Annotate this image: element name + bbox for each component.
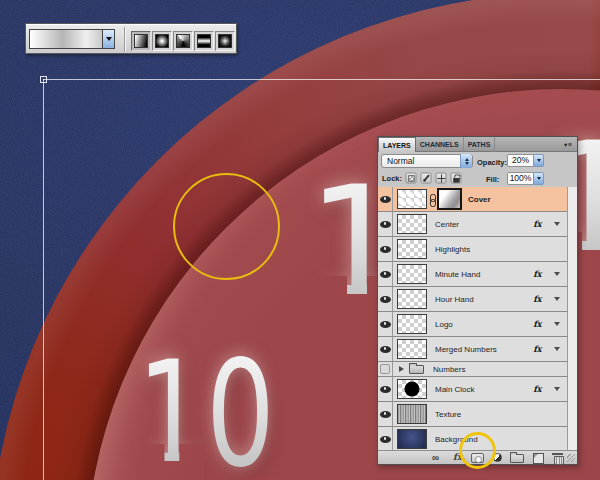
layer-thumbnail[interactable] (397, 404, 427, 424)
visibility-cell[interactable] (378, 312, 393, 336)
eye-icon (380, 246, 391, 253)
opacity-value[interactable]: 20% (507, 154, 534, 167)
layers-list: CoverCenterfxHighlightsMinute HandfxHour… (378, 187, 567, 452)
tab-channels[interactable]: CHANNELS (416, 137, 464, 152)
gradient-preview[interactable] (29, 29, 103, 49)
fx-badge-icon[interactable]: fx (533, 384, 541, 394)
visibility-cell[interactable] (378, 212, 393, 236)
annotation-circle-mask-button (459, 432, 496, 469)
lock-position-button[interactable] (435, 172, 446, 183)
selection-corner-handle[interactable] (40, 76, 47, 83)
visibility-cell[interactable] (378, 402, 393, 426)
tab-layers[interactable]: LAYERS (378, 137, 416, 152)
layer-thumbnail[interactable] (397, 314, 427, 334)
tab-paths[interactable]: PATHS (464, 137, 496, 152)
expand-triangle-icon[interactable] (399, 366, 404, 372)
link-layers-icon[interactable]: ∞ (432, 451, 439, 464)
layer-name: Minute Hand (435, 270, 480, 279)
new-group-icon[interactable] (510, 454, 524, 463)
fx-badge-icon[interactable]: fx (533, 269, 541, 279)
visibility-cell[interactable] (378, 362, 393, 376)
gradient-type-buttons (131, 31, 236, 51)
eye-icon (380, 271, 391, 278)
lock-transparency-icon (408, 175, 414, 181)
fx-badge-icon[interactable]: fx (533, 319, 541, 329)
fx-badge-icon[interactable]: fx (533, 344, 541, 354)
layer-name: Cover (468, 195, 491, 204)
fx-collapse-arrow-icon[interactable] (554, 387, 560, 391)
reflected-gradient-button[interactable] (194, 31, 214, 51)
layer-row-hour-hand[interactable]: Hour Handfx (378, 287, 567, 312)
layer-thumbnail[interactable] (397, 239, 427, 259)
visibility-cell[interactable] (378, 262, 393, 286)
visibility-cell[interactable] (378, 187, 393, 211)
visibility-cell[interactable] (378, 427, 393, 451)
layer-name: Numbers (433, 365, 465, 374)
fx-collapse-arrow-icon[interactable] (554, 297, 560, 301)
lock-image-button[interactable] (420, 172, 431, 183)
blend-mode-stepper[interactable] (460, 154, 472, 168)
lock-transparency-button[interactable] (405, 172, 416, 183)
layer-row-cover[interactable]: Cover (378, 187, 567, 212)
layer-row-minute-hand[interactable]: Minute Handfx (378, 262, 567, 287)
fx-badge-icon[interactable]: fx (533, 294, 541, 304)
layer-thumbnail[interactable] (397, 379, 427, 399)
layer-thumbnail[interactable] (397, 264, 427, 284)
layer-row-main-clock[interactable]: Main Clockfx (378, 377, 567, 402)
opacity-dropdown-arrow[interactable] (534, 154, 544, 167)
selection-top-edge[interactable] (43, 79, 600, 80)
layer-name: Center (435, 220, 459, 229)
gradient-picker-dropdown[interactable] (103, 29, 115, 49)
resize-grip-icon[interactable] (567, 454, 575, 462)
diamond-gradient-button[interactable] (215, 31, 235, 51)
visibility-cell[interactable] (378, 337, 393, 361)
new-layer-icon[interactable] (533, 453, 544, 464)
panel-menu-icon[interactable]: ▾≡ (564, 141, 573, 149)
visibility-cell[interactable] (378, 237, 393, 261)
mask-link-icon (429, 194, 435, 205)
group-folder-icon (409, 365, 424, 374)
fx-collapse-arrow-icon[interactable] (554, 322, 560, 326)
fx-badge-icon[interactable]: fx (533, 219, 541, 229)
opacity-label: Opacity: (477, 158, 507, 167)
layer-row-center[interactable]: Centerfx (378, 212, 567, 237)
fx-collapse-arrow-icon[interactable] (554, 347, 560, 351)
layer-thumbnail[interactable] (397, 189, 427, 209)
eye-icon (380, 346, 391, 353)
reflected-gradient-icon (197, 34, 211, 48)
fx-collapse-arrow-icon[interactable] (554, 222, 560, 226)
selection-left-edge[interactable] (43, 79, 44, 480)
eye-icon (380, 386, 391, 393)
layer-row-numbers[interactable]: Numbers (378, 362, 567, 377)
radial-gradient-button[interactable] (152, 31, 172, 51)
blend-mode-select[interactable]: Normal (381, 154, 473, 168)
fx-collapse-arrow-icon[interactable] (554, 272, 560, 276)
visibility-cell[interactable] (378, 377, 393, 401)
layer-row-texture[interactable]: Texture (378, 402, 567, 427)
layers-scrollbar[interactable] (567, 187, 577, 451)
layer-mask-thumbnail[interactable] (437, 188, 462, 210)
layer-thumbnail[interactable] (397, 339, 427, 359)
layer-name: Merged Numbers (435, 345, 497, 354)
dropdown-arrow-icon (106, 37, 112, 41)
fill-dropdown-arrow[interactable] (534, 172, 544, 185)
delete-layer-icon[interactable] (553, 453, 562, 463)
layer-row-logo[interactable]: Logofx (378, 312, 567, 337)
lock-icon (453, 178, 459, 183)
layer-name: Highlights (435, 245, 470, 254)
layer-thumbnail[interactable] (397, 429, 427, 449)
eye-icon (380, 321, 391, 328)
linear-gradient-button[interactable] (131, 31, 151, 51)
fill-value[interactable]: 100% (507, 172, 534, 185)
lock-all-button[interactable] (450, 172, 461, 183)
visibility-cell[interactable] (378, 287, 393, 311)
layer-thumbnail[interactable] (397, 289, 427, 309)
lock-label: Lock: (382, 174, 402, 183)
panel-tabs: LAYERSCHANNELSPATHS (378, 137, 577, 152)
layer-row-highlights[interactable]: Highlights (378, 237, 567, 262)
layer-row-merged-numbers[interactable]: Merged Numbersfx (378, 337, 567, 362)
layer-name: Texture (435, 410, 461, 419)
layer-thumbnail[interactable] (397, 214, 427, 234)
blend-options-row: Normal Opacity: 20% (378, 153, 577, 170)
angle-gradient-button[interactable] (173, 31, 193, 51)
